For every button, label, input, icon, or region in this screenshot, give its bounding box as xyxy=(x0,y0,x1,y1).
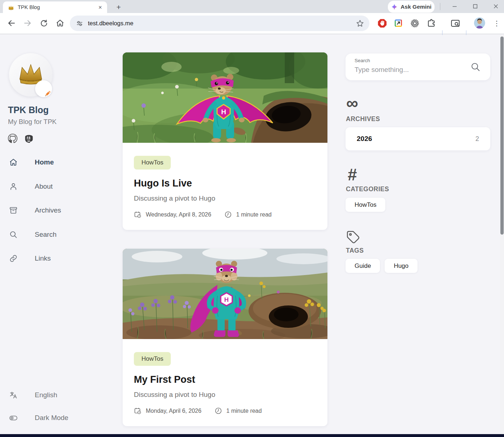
forward-button[interactable] xyxy=(20,16,35,30)
clock-icon xyxy=(224,211,232,218)
blog-title: TPK Blog xyxy=(8,105,49,115)
gemini-sparkle-icon xyxy=(391,3,398,10)
minimize-window-button[interactable] xyxy=(446,0,463,12)
ask-gemini-label: Ask Gemini xyxy=(401,4,431,10)
adblock-extension-button[interactable] xyxy=(376,17,389,30)
post-body: HowTos My First Post Discussing a pivot … xyxy=(123,339,327,426)
sidebar-item-label: Archives xyxy=(35,206,61,214)
browser-toolbar: test.dbeelogs.me ⋮ xyxy=(0,13,504,34)
maximize-window-button[interactable] xyxy=(467,0,483,12)
post-card[interactable]: H HowTos Hugo Is Live Discussing a pivot… xyxy=(123,52,327,230)
hash-icon: # xyxy=(348,167,357,183)
post-meta: Monday, April 6, 2026 1 minute read xyxy=(134,407,316,415)
archive-year-item[interactable]: 2026 2 xyxy=(346,127,490,150)
tag-chip[interactable]: Hugo xyxy=(385,259,418,273)
url-text[interactable]: test.dbeelogs.me xyxy=(88,20,356,27)
search-icon[interactable] xyxy=(470,62,480,72)
sidebar-item-about[interactable]: About xyxy=(0,180,109,193)
image-extension-button[interactable] xyxy=(392,17,405,30)
tab-strip: TPK Blog ✕ + Ask Gemini xyxy=(0,0,504,13)
sidebar-item-search[interactable]: Search xyxy=(0,228,109,241)
reload-icon xyxy=(40,19,48,27)
clock-icon xyxy=(215,407,222,415)
sidebar-item-archives[interactable]: Archives xyxy=(0,204,109,217)
post-hero-image-meadow: H xyxy=(123,52,327,143)
ask-gemini-button[interactable]: Ask Gemini xyxy=(388,1,435,13)
spinner-extension-button[interactable] xyxy=(408,17,421,30)
infinity-icon: ∞ xyxy=(346,95,358,111)
home-toolbar-icon xyxy=(56,19,64,27)
sidebar-item-label: Links xyxy=(35,254,51,262)
browser-menu-button[interactable]: ⋮ xyxy=(492,17,501,30)
archive-count: 2 xyxy=(475,135,479,143)
sidebar-item-links[interactable]: Links xyxy=(0,252,109,265)
sidebar-item-home[interactable]: Home xyxy=(0,156,109,169)
categories-heading: CATEGORIES xyxy=(346,185,389,193)
profile-avatar[interactable] xyxy=(474,17,485,29)
post-card[interactable]: H HowTos My First Post Discussing a pivo… xyxy=(123,249,327,426)
category-badge[interactable]: HowTos xyxy=(134,156,171,170)
extensions-menu-button[interactable] xyxy=(425,17,438,30)
page-scrollbar[interactable] xyxy=(500,35,504,434)
tab-title: TPK Blog xyxy=(18,4,97,10)
search-icon xyxy=(9,230,18,239)
site-settings-icon[interactable] xyxy=(76,20,84,27)
mastodon-icon[interactable] xyxy=(24,133,34,143)
edit-avatar-button[interactable] xyxy=(35,80,52,97)
blog-avatar[interactable] xyxy=(9,53,52,97)
blog-page: TPK Blog My Blog for TPK Home About Arch… xyxy=(0,35,504,434)
back-button[interactable] xyxy=(4,16,19,30)
person-icon xyxy=(9,182,18,191)
new-tab-button[interactable]: + xyxy=(114,2,124,12)
language-switcher[interactable]: English xyxy=(0,389,109,401)
category-chips: HowTos xyxy=(346,198,385,212)
address-bar[interactable]: test.dbeelogs.me xyxy=(70,16,369,31)
side-panel-search-button[interactable] xyxy=(449,17,462,30)
post-body: HowTos Hugo Is Live Discussing a pivot t… xyxy=(123,143,327,230)
tag-chip[interactable]: Guide xyxy=(346,259,380,273)
archive-year: 2026 xyxy=(357,135,475,143)
burst-icon xyxy=(410,18,420,28)
category-badge[interactable]: HowTos xyxy=(134,352,171,366)
post-date: Monday, April 6, 2026 xyxy=(146,408,202,414)
post-title[interactable]: Hugo Is Live xyxy=(134,178,316,189)
post-date: Wednesday, April 8, 2026 xyxy=(146,211,211,218)
pencil-icon xyxy=(43,90,52,98)
taskbar-edge xyxy=(0,434,504,437)
category-chip[interactable]: HowTos xyxy=(346,198,385,212)
reload-button[interactable] xyxy=(37,16,51,30)
post-description: Discussing a pivot to Hugo xyxy=(134,194,316,202)
post-description: Discussing a pivot to Hugo xyxy=(134,391,316,399)
image-arrow-icon xyxy=(394,18,403,28)
post-read-time: 1 minute read xyxy=(226,408,262,414)
blog-subtitle: My Blog for TPK xyxy=(8,118,56,126)
svg-text:H: H xyxy=(224,296,229,303)
post-title[interactable]: My First Post xyxy=(134,374,316,385)
link-icon xyxy=(9,254,18,263)
close-tab-icon[interactable]: ✕ xyxy=(97,4,103,10)
bookmark-star-icon[interactable] xyxy=(356,19,364,28)
divider xyxy=(440,3,440,10)
calendar-icon xyxy=(134,407,141,415)
scrollbar-thumb[interactable] xyxy=(500,37,504,235)
post-meta: Wednesday, April 8, 2026 1 minute read xyxy=(134,211,316,218)
sidebar-item-label: Search xyxy=(35,231,56,239)
search-input[interactable] xyxy=(355,64,463,75)
github-icon[interactable] xyxy=(8,133,18,143)
crown-favicon-icon xyxy=(8,5,14,10)
toggle-icon xyxy=(9,414,18,422)
search-widget[interactable]: Search xyxy=(346,53,490,80)
stop-hand-icon xyxy=(377,18,387,28)
browser-tab[interactable]: TPK Blog ✕ xyxy=(3,1,107,13)
home-button[interactable] xyxy=(53,16,67,30)
forward-arrow-icon xyxy=(23,19,32,27)
calendar-icon xyxy=(134,211,141,218)
dark-mode-toggle[interactable]: Dark Mode xyxy=(0,412,109,424)
sidebar-item-label: About xyxy=(35,183,53,190)
theme-label: Dark Mode xyxy=(35,414,68,422)
close-window-button[interactable] xyxy=(487,0,504,12)
tags-heading: TAGS xyxy=(346,247,364,254)
puzzle-piece-icon xyxy=(427,18,436,28)
language-label: English xyxy=(35,391,57,399)
translate-icon xyxy=(9,391,18,399)
